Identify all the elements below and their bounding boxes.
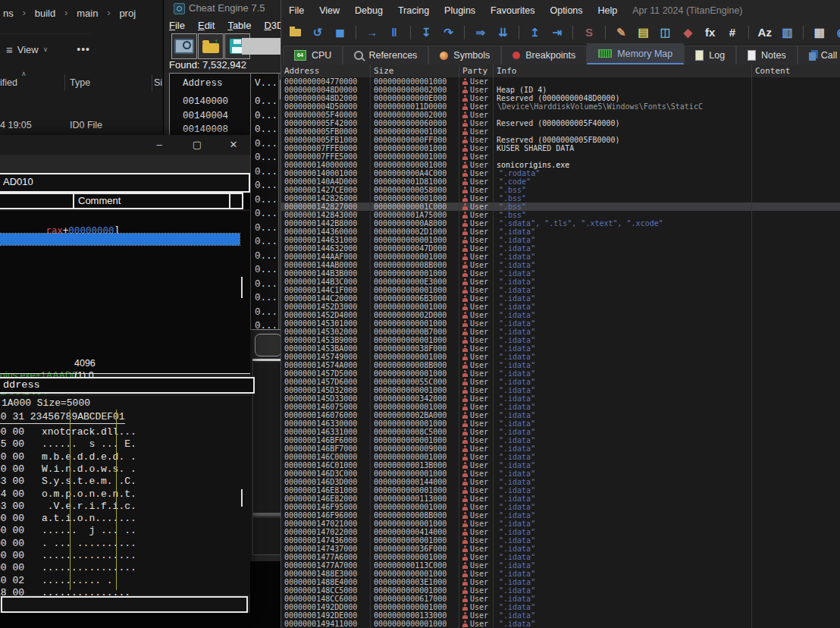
mm-column-address[interactable]: Address bbox=[281, 64, 371, 77]
menu-file[interactable]: File bbox=[289, 5, 304, 16]
select-process-button[interactable] bbox=[171, 33, 197, 59]
table-row[interactable]: 00000001474360000000000000001000User".id… bbox=[281, 536, 840, 545]
disassembler-view[interactable]: rax+00000000] gins.exe+1AAAD0(1),01AAAD0… bbox=[0, 211, 250, 373]
table-row[interactable]: 00000001452D30000000000000001000User".id… bbox=[281, 303, 840, 311]
menu-edit[interactable]: Edit bbox=[198, 20, 215, 31]
table-row[interactable]: 00000001453B90000000000000001000User".id… bbox=[281, 336, 840, 344]
column-size[interactable]: Si bbox=[154, 77, 162, 88]
column-type[interactable]: Type bbox=[70, 77, 90, 88]
table-row[interactable]: 000000014436000000000000002D1000User".id… bbox=[281, 228, 840, 236]
table-row[interactable]: 0000000146F96000000000000008B000User".id… bbox=[281, 511, 840, 520]
table-row[interactable]: 0000000145D320000000000000001000User".id… bbox=[281, 386, 840, 394]
memory-viewer-titlebar[interactable]: – ▢ ✕ bbox=[0, 135, 250, 155]
table-row[interactable]: 00000001457490000000000000001000User".id… bbox=[281, 353, 840, 361]
patch-icon[interactable]: ✎ bbox=[615, 25, 628, 40]
table-row[interactable]: 00000001463300000000000000001000User".id… bbox=[281, 419, 840, 428]
table-row[interactable]: 0000000146D3D0000000000000144000User".id… bbox=[281, 478, 840, 486]
table-row[interactable]: 0000000005FB00000000000000001000User bbox=[281, 127, 840, 136]
table-row[interactable]: 00000001492DE0000000000000133000User".id… bbox=[281, 611, 840, 620]
table-row[interactable]: 0000000144C1F0000000000000001000User".id… bbox=[281, 286, 840, 294]
view-dropdown[interactable]: ≡ View ∨ bbox=[6, 43, 48, 56]
table-row[interactable]: 00000001453010000000000000001000User".id… bbox=[281, 319, 840, 328]
table-row[interactable]: 00000001400010000000000000A4C000User".ro… bbox=[281, 169, 840, 177]
menu-view[interactable]: View bbox=[319, 5, 340, 16]
mm-column-info[interactable]: Info bbox=[494, 64, 752, 77]
tab-notes[interactable]: Notes bbox=[736, 46, 798, 64]
table-row[interactable]: 0000000146F950000000000000001000User".id… bbox=[281, 503, 840, 511]
table-row[interactable]: 0000000144AAF0000000000000001000User".id… bbox=[281, 253, 840, 261]
open-file-icon[interactable] bbox=[289, 25, 302, 40]
table-row[interactable]: 0000000148CC50000000000000001000User".id… bbox=[281, 586, 840, 595]
table-row[interactable]: 00000001477A60000000000000001000User".id… bbox=[281, 553, 840, 561]
table-row[interactable]: 0000000147437000000000000036F000User".id… bbox=[281, 545, 840, 553]
found-address-header[interactable]: Address bbox=[183, 78, 223, 89]
table-row[interactable]: 0000000146C000000000000000001000User".id… bbox=[281, 453, 840, 461]
tab-breakpoints[interactable]: Breakpoints bbox=[501, 46, 587, 64]
menu-plugins[interactable]: Plugins bbox=[444, 5, 475, 16]
hexview[interactable]: 1A000 Size=5000 30 31 23456789ABCDEF01 0… bbox=[0, 396, 250, 595]
table-row[interactable]: 0000000004D5000000000000011D0000User\Dev… bbox=[281, 102, 840, 111]
table-row[interactable]: 00000001488E30000000000000001000User".id… bbox=[281, 570, 840, 578]
table-row[interactable]: 00000000048D00000000000000002000UserHeap… bbox=[281, 86, 840, 94]
opcode-column-header[interactable] bbox=[0, 193, 77, 209]
address-input[interactable] bbox=[2, 175, 232, 188]
cheat-engine-titlebar[interactable]: Cheat Engine 7.5 bbox=[164, 0, 285, 17]
table-row[interactable]: 000000014530200000000000000B7000User".id… bbox=[281, 328, 840, 336]
menu-table[interactable]: Table bbox=[227, 20, 251, 31]
table-row[interactable]: 00000001488E400000000000003E1000User".id… bbox=[281, 578, 840, 586]
table-row[interactable]: 0000000142827000000000000001C000User".bs… bbox=[281, 203, 840, 211]
breadcrumb-item[interactable]: main bbox=[77, 8, 98, 19]
table-row[interactable]: 0000000005F400000000000000002000User bbox=[281, 111, 840, 119]
found-value-header[interactable]: V... bbox=[255, 78, 277, 89]
table-row[interactable]: 000000014574A000000000000008B000User".id… bbox=[281, 361, 840, 369]
table-row[interactable]: 0000000144B3B0000000000000001000User".id… bbox=[281, 269, 840, 278]
source-icon[interactable]: S bbox=[582, 25, 595, 40]
step-over-icon[interactable]: ↷ bbox=[442, 25, 455, 40]
table-row[interactable]: 00000000048D2000000000000000E000UserRese… bbox=[281, 94, 840, 102]
table-row[interactable]: 00000001494110000000000000001000User".id… bbox=[281, 620, 840, 628]
table-row[interactable]: 000000007FFE50000000000000001000User bbox=[281, 152, 840, 161]
menu-favourites[interactable]: Favourites bbox=[491, 5, 534, 16]
function-icon[interactable]: fx bbox=[704, 25, 716, 40]
table-row[interactable]: 0000000140A4D0000000000001D81000User".co… bbox=[281, 177, 840, 186]
mm-column-content[interactable]: Content bbox=[752, 64, 840, 77]
tab-log[interactable]: Log bbox=[684, 46, 736, 64]
table-row[interactable]: 0000000146D3C0000000000000001000User".id… bbox=[281, 469, 840, 478]
mm-column-party[interactable]: Party bbox=[459, 64, 494, 77]
table-row[interactable]: 0000000145D330000000000000342000User".id… bbox=[281, 394, 840, 403]
table-row[interactable]: 00000001400000000000000000001000Usersoni… bbox=[281, 161, 840, 169]
column-modified[interactable]: ified bbox=[0, 77, 17, 88]
execute-till-return-icon[interactable]: ⇥ bbox=[550, 25, 563, 40]
table-row[interactable]: 00000001452D4000000000000002D000User".id… bbox=[281, 311, 840, 319]
close-button[interactable]: ✕ bbox=[226, 137, 241, 152]
maximize-button[interactable]: ▢ bbox=[190, 137, 205, 152]
table-row[interactable]: 00000001470220000000000000414000User".id… bbox=[281, 528, 840, 536]
table-row[interactable]: 0000000005FB100000000000000FF000UserRese… bbox=[281, 136, 840, 144]
table-row[interactable]: 00000001457D50000000000000001000User".id… bbox=[281, 369, 840, 378]
animate-into-icon[interactable]: ⇊ bbox=[497, 25, 509, 40]
breadcrumb-item[interactable]: ns bbox=[3, 8, 14, 19]
tab-cpu[interactable]: 64CPU bbox=[283, 46, 343, 64]
tab-call-stack[interactable]: Call Stack bbox=[798, 46, 840, 64]
table-row[interactable]: 0000000146E820000000000000113000User".id… bbox=[281, 495, 840, 503]
comment-icon[interactable]: ▤ bbox=[637, 25, 650, 40]
table-row[interactable]: 0000000146BF60000000000000001000User".id… bbox=[281, 436, 840, 444]
table-row[interactable]: 00000001477A7000000000000113C000User".id… bbox=[281, 561, 840, 570]
tab-references[interactable]: References bbox=[343, 46, 428, 64]
tab-memory-map[interactable]: Memory Map bbox=[587, 43, 684, 64]
table-row[interactable]: 0000000144B3C00000000000000E3000User".id… bbox=[281, 278, 840, 286]
stop-icon[interactable]: ◼ bbox=[334, 25, 346, 40]
table-row[interactable]: 00000000047700000000000000001000User bbox=[281, 77, 840, 86]
found-list-row[interactable]: 001400040... bbox=[170, 109, 285, 124]
table-row[interactable]: 00000001457D6000000000000055C000User".id… bbox=[281, 378, 840, 386]
menu-help[interactable]: Help bbox=[598, 5, 618, 16]
table-row[interactable]: 0000000005F420000000000000060000UserRese… bbox=[281, 119, 840, 127]
table-row[interactable]: 0000000144632000000000000047D000User".id… bbox=[281, 244, 840, 253]
table-row[interactable]: 00000001428260000000000000001000User".bs… bbox=[281, 194, 840, 203]
bookmark-icon[interactable]: ◆ bbox=[682, 25, 694, 40]
table-row[interactable]: 0000000144AB0000000000000008B000User".id… bbox=[281, 261, 840, 269]
extra-column-header[interactable] bbox=[229, 193, 243, 209]
step-out-icon[interactable]: ↥ bbox=[528, 25, 541, 40]
table-row[interactable]: 0000000146C01000000000000013B000User".id… bbox=[281, 461, 840, 469]
hash-icon[interactable]: # bbox=[726, 25, 738, 40]
